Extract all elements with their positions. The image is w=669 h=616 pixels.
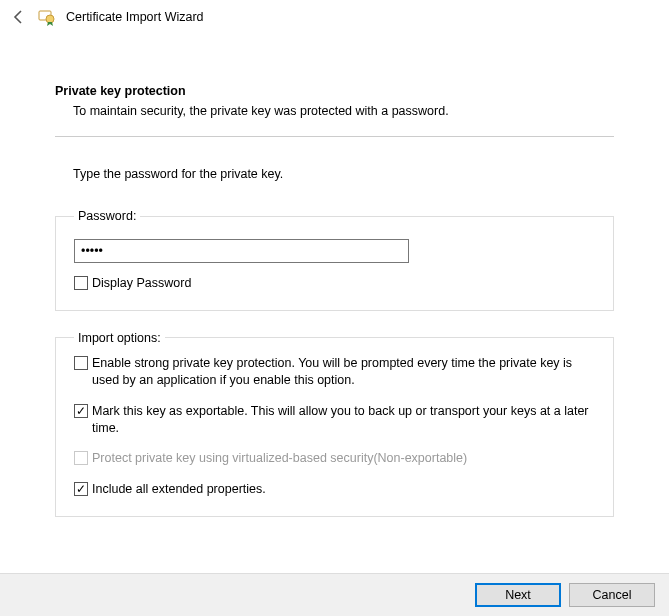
certificate-icon	[38, 8, 56, 26]
exportable-checkbox[interactable]	[74, 404, 88, 418]
exportable-label: Mark this key as exportable. This will a…	[92, 403, 595, 437]
separator	[55, 136, 614, 137]
svg-point-1	[46, 15, 54, 23]
virtualized-security-label: Protect private key using virtualized-ba…	[92, 450, 467, 467]
wizard-content: Private key protection To maintain secur…	[0, 34, 669, 517]
strong-protection-checkbox[interactable]	[74, 356, 88, 370]
strong-protection-label: Enable strong private key protection. Yo…	[92, 355, 595, 389]
virtualized-security-checkbox	[74, 451, 88, 465]
password-legend: Password:	[74, 209, 140, 223]
cancel-button[interactable]: Cancel	[569, 583, 655, 607]
section-description: To maintain security, the private key wa…	[73, 104, 614, 118]
back-arrow-icon[interactable]	[10, 8, 28, 26]
footer: Next Cancel	[0, 573, 669, 616]
password-group: Password: Display Password	[55, 209, 614, 311]
extended-properties-checkbox[interactable]	[74, 482, 88, 496]
window-title: Certificate Import Wizard	[66, 10, 204, 24]
titlebar: Certificate Import Wizard	[0, 0, 669, 34]
next-button[interactable]: Next	[475, 583, 561, 607]
display-password-label: Display Password	[92, 275, 191, 292]
password-input[interactable]	[74, 239, 409, 263]
display-password-checkbox[interactable]	[74, 276, 88, 290]
extended-properties-label: Include all extended properties.	[92, 481, 266, 498]
import-options-group: Import options: Enable strong private ke…	[55, 331, 614, 517]
section-heading: Private key protection	[55, 84, 614, 98]
instruction-text: Type the password for the private key.	[73, 167, 614, 181]
import-options-legend: Import options:	[74, 331, 165, 345]
